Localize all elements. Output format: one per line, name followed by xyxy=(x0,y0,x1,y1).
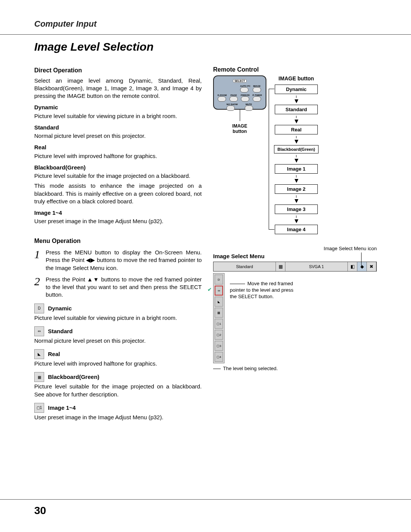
direct-item-title: Dynamic xyxy=(34,104,202,111)
menu-item-body: User preset image in the Image Adjust Me… xyxy=(34,414,202,421)
chapter-heading: Computer Input xyxy=(34,19,377,29)
ism-icon-caption: Image Select Menu icon xyxy=(213,246,377,251)
top-rule xyxy=(0,34,411,35)
blackboard-icon: ▦ xyxy=(34,372,44,382)
ism-bar-icon-selected: ◆ xyxy=(357,262,367,271)
standard-icon: ⇔ xyxy=(34,326,44,336)
remote-ptimer-button xyxy=(253,96,261,102)
ism-footnote: The level being selected. xyxy=(213,366,377,371)
direct-item-title: Blackboard(Green) xyxy=(34,164,202,171)
ism-note: Move the red framed pointer to the level… xyxy=(230,273,298,300)
flow-step: Image 3 xyxy=(275,204,318,214)
ism-bar-icon: ✖ xyxy=(367,262,376,271)
menu-item-title: Image 1~4 xyxy=(48,404,76,412)
direct-item-body: Picture level with improved halftone for… xyxy=(34,152,202,160)
flow-step: Dynamic xyxy=(275,85,318,94)
image-button-flow: IMAGE button Dynamic Standard Real Black… xyxy=(274,75,319,234)
remote-key-label: NO SHOW xyxy=(226,103,237,105)
step-body: Press the Point ▲▼ buttons to move the r… xyxy=(46,276,202,299)
remote-image-button xyxy=(253,87,261,93)
direct-item-body2: This mode assists to enhance the image p… xyxy=(34,182,202,205)
step-number: 1 xyxy=(34,249,46,260)
ism-menubar: Standard ▦ SVGA 1 ◧ ◆ ✖ xyxy=(213,262,377,272)
remote-key-label: PAGE xyxy=(229,94,238,96)
direct-item-title: Standard xyxy=(34,124,202,131)
remote-noshow-button xyxy=(226,105,235,111)
ism-item: ◣ xyxy=(215,297,223,307)
page-number: 30 xyxy=(34,505,46,517)
section-title: Image Level Selection xyxy=(34,40,377,53)
ism-heading: Image Select Menu xyxy=(213,253,377,259)
ism-item: D xyxy=(215,275,223,284)
menu-item-title: Blackboard(Green) xyxy=(48,373,99,381)
ism-bar-mode: Standard xyxy=(213,262,276,271)
remote-key-label: P-TIMER xyxy=(253,94,262,96)
menu-operation-heading: Menu Operation xyxy=(34,237,202,245)
remote-key-label: AUTO PC xyxy=(240,85,250,87)
flow-step: Image 2 xyxy=(275,184,318,194)
ism-bar-icon: ▦ xyxy=(276,262,285,271)
callout-line xyxy=(213,369,221,369)
remote-key-label: FREEZE xyxy=(241,94,250,96)
remote-key-label: MUTE xyxy=(245,103,253,105)
check-icon: ✔ xyxy=(207,286,212,292)
ism-bar-signal: SVGA 1 xyxy=(285,262,348,271)
menu-item-title: Real xyxy=(48,350,60,358)
flow-loop-line xyxy=(269,89,274,230)
direct-item-title: Image 1~4 xyxy=(34,209,202,217)
dynamic-icon: D xyxy=(34,304,44,313)
ism-footnote-text: The level being selected. xyxy=(223,366,278,371)
direct-item-title: Real xyxy=(34,144,202,151)
menu-item-title: Dynamic xyxy=(48,305,72,312)
callout-line xyxy=(240,110,240,121)
direct-item-body: Picture level suitable for viewing pictu… xyxy=(34,112,202,120)
direct-operation-heading: Direct Operation xyxy=(34,66,202,75)
remote-freeze-button xyxy=(241,96,249,102)
remote-page-button xyxy=(229,96,238,102)
direct-item-body: Normal picture level preset on this proj… xyxy=(34,132,202,140)
direct-item-body: User preset image in the Image Adjust Me… xyxy=(34,217,202,225)
flow-title: IMAGE button xyxy=(279,75,314,81)
direct-operation-intro: Select an image level among Dynamic, Sta… xyxy=(34,77,202,100)
remote-image-button-caption: IMAGE button xyxy=(213,123,266,134)
menu-item-body: Normal picture level preset on this proj… xyxy=(34,337,202,345)
menu-item-body: Picture level suitable for the image pro… xyxy=(34,383,202,398)
flow-step: Image 4 xyxy=(275,225,318,234)
ism-item-selected: ⇔ xyxy=(215,286,223,296)
callout-line xyxy=(361,252,362,266)
step-body: Press the MENU button to display the On-… xyxy=(46,249,202,272)
callout-line xyxy=(230,284,245,284)
real-icon: ◣ xyxy=(34,349,44,359)
ism-bar-icon: ◧ xyxy=(348,262,357,271)
bottom-rule xyxy=(0,499,411,500)
step-number: 2 xyxy=(34,276,46,287)
menu-item-body: Picture level with improved halftone for… xyxy=(34,360,202,367)
flow-step: Standard xyxy=(275,105,318,114)
ism-item: ▢2 xyxy=(215,330,223,340)
ism-sidebar: D ⇔ ◣ ▦ ▢1 ▢2 ▢3 ▢4 xyxy=(213,273,225,363)
remote-control-heading: Remote Control xyxy=(213,66,377,73)
remote-select-label: SELECT xyxy=(233,79,247,83)
ism-item: ▢1 xyxy=(215,319,223,329)
menu-item-body: Picture level suitable for viewing pictu… xyxy=(34,314,202,322)
remote-dzoom-button xyxy=(218,96,226,102)
flow-step: Blackboard(Green) xyxy=(274,145,319,153)
flow-step: Real xyxy=(275,125,318,134)
menu-item-title: Standard xyxy=(48,328,73,335)
direct-item-body: Picture level suitable for the image pro… xyxy=(34,172,202,180)
remote-mute-button xyxy=(245,105,253,111)
remote-control-figure: SELECT AUTO PC IMAGE xyxy=(213,75,266,134)
remote-key-label: IMAGE xyxy=(253,85,261,87)
ism-item: ▦ xyxy=(215,308,223,318)
remote-autopc-button xyxy=(240,87,249,93)
ism-item: ▢3 xyxy=(215,341,223,351)
ism-item: ▢4 xyxy=(215,352,223,362)
flow-step: Image 1 xyxy=(275,164,318,174)
remote-key-label: D.ZOOM xyxy=(218,94,227,96)
image-preset-icon: ▢1 xyxy=(34,403,44,413)
